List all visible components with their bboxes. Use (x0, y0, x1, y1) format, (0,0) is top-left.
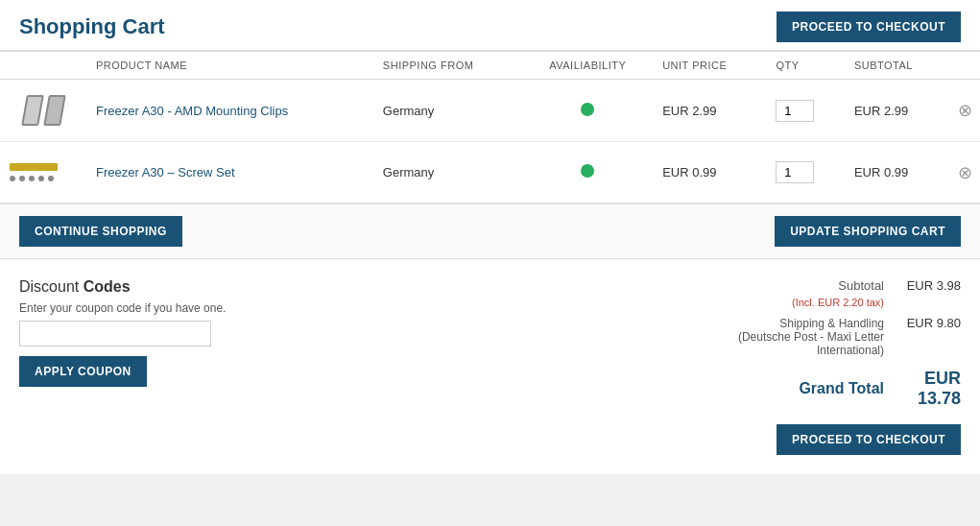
availability-dot (581, 164, 594, 178)
product-link[interactable]: Freezer A30 - AMD Mounting Clips (96, 104, 288, 118)
col-product: PRODUCT NAME (86, 52, 373, 80)
product-name: Freezer A30 – Screw Set (86, 142, 373, 203)
grand-total-label: Grand Total (673, 380, 884, 397)
col-image (0, 52, 86, 80)
remove-button[interactable]: ⊗ (958, 162, 972, 183)
availability-cell (522, 80, 653, 142)
col-availability: AVAILIABILITY (522, 52, 653, 80)
subtotal-cell: EUR 2.99 (845, 80, 950, 142)
qty-cell (766, 142, 844, 203)
qty-input[interactable] (776, 100, 814, 122)
shipping-from: Germany (373, 142, 522, 203)
shipping-detail: (Deutsche Post - Maxi Letter Internation… (673, 330, 884, 357)
table-row: Freezer A30 – Screw Set Germany EUR 0.99… (0, 142, 980, 203)
subtotal-cell: EUR 0.99 (845, 142, 950, 203)
proceed-checkout-button-top[interactable]: PROCEED TO CHECKOUT (777, 12, 961, 42)
shipping-label: Shipping & Handling (673, 317, 884, 330)
grand-total-value: EUR 13.78 (884, 369, 961, 409)
coupon-input[interactable] (19, 321, 211, 347)
continue-shopping-button[interactable]: CONTINUE SHOPPING (19, 216, 182, 247)
col-qty: QTY (766, 52, 844, 80)
product-link[interactable]: Freezer A30 – Screw Set (96, 165, 235, 179)
subtotal-value: EUR 3.98 (884, 278, 961, 293)
col-shipping: SHIPPING FROM (373, 52, 522, 80)
availability-cell (522, 142, 653, 203)
col-remove (950, 52, 980, 80)
apply-coupon-button[interactable]: APPLY COUPON (19, 356, 147, 387)
proceed-checkout-button-bottom[interactable]: PROCEED TO CHECKOUT (777, 424, 961, 455)
col-unit-price: UNIT PRICE (653, 52, 766, 80)
qty-input[interactable] (776, 161, 814, 183)
discount-title: Discount Codes (19, 278, 307, 296)
discount-label: Enter your coupon code if you have one. (19, 301, 307, 315)
table-row: Freezer A30 - AMD Mounting Clips Germany… (0, 80, 980, 142)
shipping-from: Germany (373, 80, 522, 142)
update-cart-button[interactable]: UPDATE SHOPPING CART (775, 216, 961, 247)
col-subtotal: SUBTOTAL (845, 52, 950, 80)
product-name: Freezer A30 - AMD Mounting Clips (86, 80, 373, 142)
unit-price: EUR 2.99 (653, 80, 766, 142)
shipping-value: EUR 9.80 (884, 316, 961, 330)
product-image (0, 142, 86, 203)
totals-section: Subtotal EUR 3.98 (Incl. EUR 2.20 tax) S… (596, 278, 961, 455)
unit-price: EUR 0.99 (653, 142, 766, 203)
availability-dot (581, 103, 594, 116)
remove-cell: ⊗ (950, 142, 980, 203)
tax-label: (Incl. EUR 2.20 tax) (673, 297, 884, 308)
page-title: Shopping Cart (19, 14, 165, 39)
remove-cell: ⊗ (950, 80, 980, 142)
subtotal-label: Subtotal (673, 278, 884, 293)
discount-section: Discount Codes Enter your coupon code if… (19, 278, 307, 387)
action-bar: CONTINUE SHOPPING UPDATE SHOPPING CART (0, 203, 980, 259)
remove-button[interactable]: ⊗ (958, 100, 972, 121)
product-image (0, 80, 86, 142)
qty-cell (766, 80, 844, 142)
